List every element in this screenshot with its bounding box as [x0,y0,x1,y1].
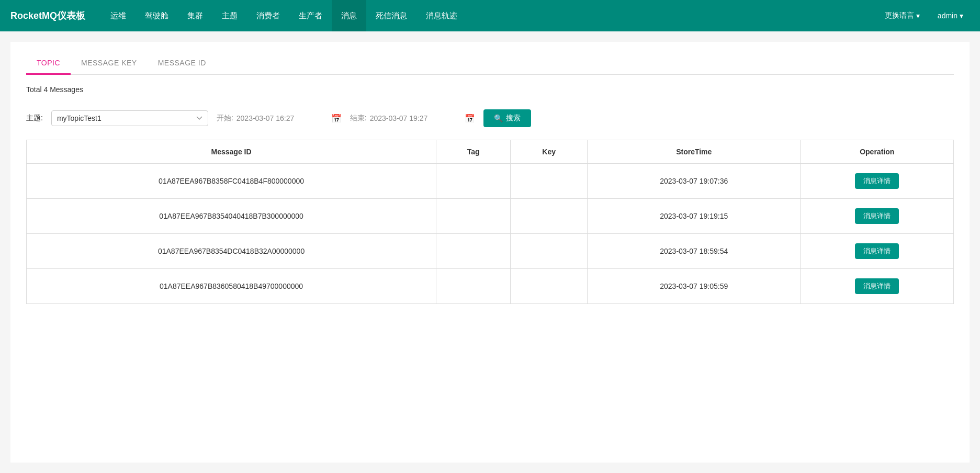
search-icon: 🔍 [494,114,503,122]
messages-table: Message IDTagKeyStoreTimeOperation 01A87… [26,140,954,304]
cell-tag [436,269,511,304]
tab-message-id[interactable]: MESSAGE ID [148,52,217,75]
nav-item-集群[interactable]: 集群 [178,0,212,31]
nav-item-消费者[interactable]: 消费者 [247,0,289,31]
start-date-input[interactable] [236,114,328,122]
cell-message_id: 01A87EEA967B8354DC0418B32A00000000 [27,234,436,269]
cell-key [511,234,588,269]
navbar-right: 更换语言 ▾ admin ▾ [878,0,970,31]
table-body: 01A87EEA967B8358FC0418B4F8000000002023-0… [27,164,954,304]
nav-item-主题[interactable]: 主题 [212,0,247,31]
brand-logo: RocketMQ仪表板 [10,9,85,22]
table-header-row: Message IDTagKeyStoreTimeOperation [27,140,954,164]
col-key: Key [511,140,588,164]
nav-item-生产者[interactable]: 生产者 [289,0,332,31]
nav-item-运维[interactable]: 运维 [101,0,136,31]
topic-select[interactable]: myTopicTest1 [51,110,208,126]
end-label: 结束: [350,114,367,123]
cell-key [511,269,588,304]
lang-switcher[interactable]: 更换语言 ▾ [878,0,926,31]
nav-item-消息轨迹[interactable]: 消息轨迹 [416,0,467,31]
col-tag: Tag [436,140,511,164]
cell-message_id: 01A87EEA967B8358FC0418B4F800000000 [27,164,436,199]
tab-message-key[interactable]: MESSAGE KEY [71,52,148,75]
total-messages: Total 4 Messages [26,85,954,94]
cell-store_time: 2023-03-07 19:05:59 [587,269,801,304]
cell-operation: 消息详情 [801,269,954,304]
topic-label: 主题: [26,114,43,123]
table-row: 01A87EEA967B8354040418B7B3000000002023-0… [27,199,954,234]
detail-button-0[interactable]: 消息详情 [855,173,899,189]
nav-menu: 运维驾驶舱集群主题消费者生产者消息死信消息消息轨迹 [101,0,878,31]
cell-key [511,199,588,234]
col-storetime: StoreTime [587,140,801,164]
cell-tag [436,199,511,234]
chevron-down-icon-admin: ▾ [960,12,963,20]
start-date-wrapper: 开始: 📅 [217,114,342,123]
cell-key [511,164,588,199]
table-header: Message IDTagKeyStoreTimeOperation [27,140,954,164]
end-date-input[interactable] [370,114,461,122]
nav-item-消息[interactable]: 消息 [332,0,366,31]
start-calendar-icon[interactable]: 📅 [331,114,342,123]
cell-store_time: 2023-03-07 19:07:36 [587,164,801,199]
main-content: TOPICMESSAGE KEYMESSAGE ID Total 4 Messa… [10,42,970,463]
search-button[interactable]: 🔍 搜索 [483,109,531,127]
cell-tag [436,164,511,199]
cell-operation: 消息详情 [801,164,954,199]
end-calendar-icon[interactable]: 📅 [465,114,475,123]
col-operation: Operation [801,140,954,164]
tab-bar: TOPICMESSAGE KEYMESSAGE ID [26,52,954,75]
table-row: 01A87EEA967B8360580418B497000000002023-0… [27,269,954,304]
start-label: 开始: [217,114,233,123]
nav-item-驾驶舱[interactable]: 驾驶舱 [136,0,178,31]
search-button-label: 搜索 [506,114,521,123]
col-message-id: Message ID [27,140,436,164]
cell-store_time: 2023-03-07 19:19:15 [587,199,801,234]
cell-tag [436,234,511,269]
tab-topic[interactable]: TOPIC [26,52,71,75]
admin-menu[interactable]: admin ▾ [931,0,970,31]
cell-message_id: 01A87EEA967B8360580418B49700000000 [27,269,436,304]
cell-operation: 消息详情 [801,199,954,234]
cell-store_time: 2023-03-07 18:59:54 [587,234,801,269]
search-form: 主题: myTopicTest1 开始: 📅 结束: 📅 🔍 搜索 [26,109,954,127]
cell-message_id: 01A87EEA967B8354040418B7B300000000 [27,199,436,234]
table-row: 01A87EEA967B8354DC0418B32A000000002023-0… [27,234,954,269]
admin-label: admin [938,12,958,20]
detail-button-1[interactable]: 消息详情 [855,208,899,224]
end-date-wrapper: 结束: 📅 [350,114,475,123]
chevron-down-icon: ▾ [916,12,920,20]
detail-button-3[interactable]: 消息详情 [855,278,899,294]
nav-item-死信消息[interactable]: 死信消息 [366,0,416,31]
lang-label: 更换语言 [885,11,914,20]
navbar: RocketMQ仪表板 运维驾驶舱集群主题消费者生产者消息死信消息消息轨迹 更换… [0,0,980,31]
table-row: 01A87EEA967B8358FC0418B4F8000000002023-0… [27,164,954,199]
detail-button-2[interactable]: 消息详情 [855,243,899,259]
cell-operation: 消息详情 [801,234,954,269]
